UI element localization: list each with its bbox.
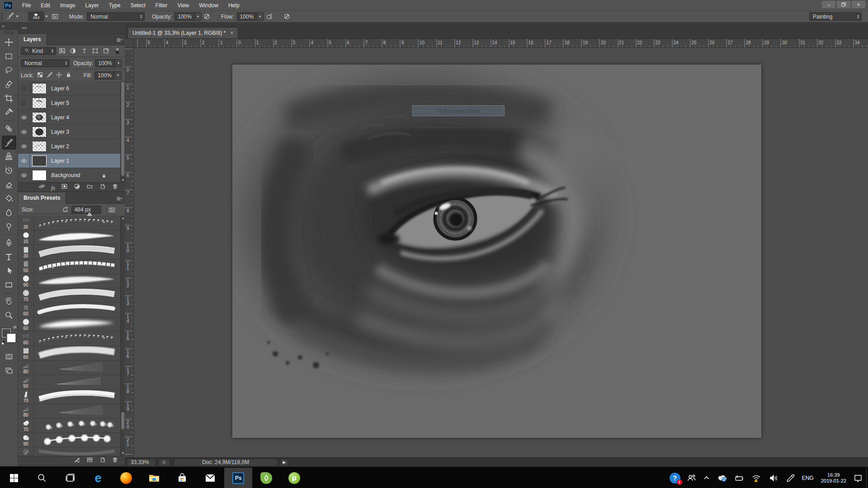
filter-adjustment-layers-icon[interactable] bbox=[68, 47, 78, 55]
trash-icon[interactable] bbox=[112, 183, 118, 192]
rectangular-marquee-tool[interactable] bbox=[2, 49, 16, 63]
layer-filter-select[interactable]: Kind ▲▼ bbox=[21, 47, 56, 55]
filter-type-layers-icon[interactable] bbox=[80, 47, 89, 55]
new-preset-icon[interactable] bbox=[99, 456, 106, 465]
layer-thumbnail[interactable] bbox=[32, 127, 47, 137]
taskbar-start-icon[interactable] bbox=[0, 468, 28, 488]
brush-preset-row[interactable]: 70 bbox=[18, 288, 120, 303]
scroll-up-icon[interactable]: ▲ bbox=[121, 216, 125, 221]
crop-tool[interactable] bbox=[2, 91, 16, 105]
adobe-drive-icon[interactable] bbox=[158, 459, 170, 466]
volume-icon[interactable] bbox=[765, 468, 782, 488]
taskbar-store-icon[interactable] bbox=[168, 468, 196, 488]
brush-preset-picker[interactable]: 484 ▼ bbox=[27, 11, 50, 22]
screen-mode-button[interactable] bbox=[2, 363, 16, 377]
menu-type[interactable]: Type bbox=[104, 0, 125, 11]
layer-blend-mode-select[interactable]: Normal ▲▼ bbox=[21, 59, 70, 67]
taskbar-firefox-icon[interactable] bbox=[112, 468, 140, 488]
taskbar-coreldraw-icon[interactable] bbox=[252, 468, 280, 488]
eyedropper-tool[interactable] bbox=[2, 105, 16, 119]
menu-image[interactable]: Image bbox=[55, 0, 80, 11]
brush-preset-row[interactable]: 90 bbox=[18, 274, 120, 288]
layer-thumbnail[interactable] bbox=[32, 98, 47, 108]
brush-stroke-toggle-icon[interactable] bbox=[74, 456, 80, 465]
tab-close-icon[interactable]: × bbox=[230, 30, 233, 36]
paint-bucket-tool[interactable] bbox=[2, 192, 16, 206]
taskbar-search-icon[interactable] bbox=[28, 468, 56, 488]
filter-pixel-layers-icon[interactable] bbox=[57, 47, 67, 55]
opacity-field[interactable]: 100% ▼ bbox=[175, 12, 202, 21]
lock-position-icon[interactable] bbox=[56, 71, 62, 80]
taskbar-edge-icon[interactable]: e bbox=[84, 468, 112, 488]
fill-field[interactable]: 100% ▼ bbox=[94, 71, 122, 80]
default-colors-icon[interactable] bbox=[1, 340, 6, 345]
path-selection-tool[interactable] bbox=[2, 264, 16, 278]
filter-smart-objects-icon[interactable] bbox=[101, 47, 111, 55]
onedrive-icon[interactable] bbox=[713, 468, 731, 488]
brush-preset-row[interactable] bbox=[18, 447, 120, 455]
restore-button[interactable] bbox=[837, 1, 850, 8]
brush-preset-row[interactable]: 50 bbox=[18, 375, 120, 389]
menu-filter[interactable]: Filter bbox=[151, 0, 173, 11]
tab-layers[interactable]: Layers bbox=[18, 34, 47, 45]
spot-healing-tool[interactable] bbox=[2, 122, 16, 136]
layer-thumbnail[interactable] bbox=[32, 170, 47, 181]
quick-mask-button[interactable] bbox=[2, 349, 16, 363]
battery-icon[interactable] bbox=[731, 468, 748, 488]
dodge-tool[interactable] bbox=[2, 220, 16, 234]
layer-name[interactable]: Layer 3 bbox=[51, 129, 69, 135]
layer-name[interactable]: Layer 4 bbox=[51, 114, 69, 121]
taskbar-file-explorer-icon[interactable] bbox=[140, 468, 168, 488]
brush-scrollbar[interactable]: ▲ ▼ bbox=[120, 216, 125, 455]
tablet-pressure-opacity-button[interactable] bbox=[202, 12, 212, 21]
airbrush-button[interactable] bbox=[264, 12, 274, 21]
layer-visibility-eye-icon[interactable] bbox=[18, 110, 30, 124]
layer-thumbnail[interactable] bbox=[32, 83, 47, 94]
menu-help[interactable]: Help bbox=[223, 0, 245, 11]
link-icon[interactable] bbox=[38, 183, 45, 192]
zoom-tool[interactable] bbox=[2, 308, 16, 322]
close-button[interactable]: × bbox=[852, 1, 865, 8]
brush-preset-row[interactable]: 80 bbox=[18, 404, 120, 418]
minimize-button[interactable]: – bbox=[822, 1, 835, 8]
layer-opacity-field[interactable]: 100% ▼ bbox=[95, 59, 122, 67]
layer-thumbnail[interactable] bbox=[32, 112, 47, 123]
clone-stamp-tool[interactable] bbox=[2, 150, 16, 164]
document-tab[interactable]: Untitled-1 @ 33,3% (Layer 1, RGB/8) * × bbox=[127, 27, 238, 38]
lock-all-icon[interactable] bbox=[65, 71, 72, 80]
brush-size-slider[interactable] bbox=[23, 212, 99, 216]
action-center-icon[interactable] bbox=[850, 468, 866, 488]
rectangle-tool[interactable] bbox=[2, 278, 16, 292]
brush-preset-row[interactable]: 60 bbox=[18, 332, 120, 346]
menu-select[interactable]: Select bbox=[125, 0, 150, 11]
layer-row-layer-6[interactable]: Layer 6 bbox=[18, 81, 120, 96]
layer-visibility-eye-icon[interactable] bbox=[18, 139, 30, 153]
fx-icon[interactable]: fx bbox=[51, 183, 55, 192]
brush-preset-row[interactable]: 60 bbox=[18, 317, 120, 332]
layer-thumbnail[interactable] bbox=[32, 155, 47, 166]
brush-preset-row[interactable]: 70 bbox=[18, 389, 120, 404]
brush-tool[interactable] bbox=[2, 136, 16, 150]
options-grip[interactable] bbox=[1, 13, 3, 21]
taskbar-mail-icon[interactable] bbox=[196, 468, 224, 488]
wifi-warning-icon[interactable] bbox=[748, 468, 765, 488]
filtering-toggle-icon[interactable] bbox=[113, 47, 122, 55]
panel-menu-icon[interactable] bbox=[116, 195, 123, 204]
layer-name[interactable]: Layer 2 bbox=[51, 143, 69, 150]
move-tool[interactable] bbox=[2, 35, 16, 49]
blur-tool[interactable] bbox=[2, 206, 16, 220]
flow-field[interactable]: 100% ▼ bbox=[237, 12, 264, 21]
panel-menu-icon[interactable] bbox=[116, 37, 123, 45]
brush-preset-row[interactable]: 50 bbox=[18, 259, 120, 274]
layer-name[interactable]: Layer 6 bbox=[51, 85, 69, 92]
clock[interactable]: 16:39 2019-01-22 bbox=[817, 472, 850, 484]
brush-preset-row[interactable]: 60 bbox=[18, 303, 120, 317]
tool-preset-picker[interactable]: ▼ bbox=[5, 11, 20, 22]
tab-brush-presets[interactable]: Brush Presets bbox=[18, 192, 66, 204]
workspace-switcher[interactable]: Painting ▲▼ bbox=[809, 12, 862, 21]
status-options-arrow[interactable]: ▶ bbox=[280, 459, 288, 466]
toolbar-collapse-button[interactable]: » bbox=[0, 23, 18, 30]
dock-collapse-button[interactable]: «« bbox=[18, 23, 125, 34]
layer-row-layer-5[interactable]: Layer 5 bbox=[18, 96, 120, 110]
brush-preset-row[interactable]: 60 bbox=[18, 346, 120, 361]
